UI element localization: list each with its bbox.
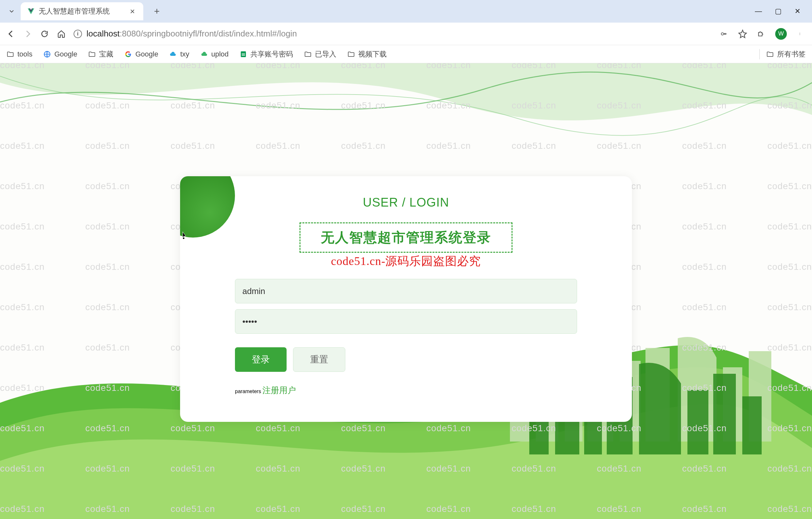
sheet-icon — [239, 50, 247, 58]
reset-button[interactable]: 重置 — [293, 347, 345, 372]
bookmark-txy[interactable]: txy — [169, 50, 189, 58]
svg-point-3 — [800, 34, 800, 34]
all-bookmarks-label: 所有书签 — [777, 49, 806, 59]
tab-bar: 无人智慧超市管理系统 × + — ▢ ✕ — [0, 0, 812, 23]
star-icon — [738, 29, 747, 38]
back-button[interactable] — [6, 29, 16, 38]
bookmark-label: Google — [54, 50, 77, 58]
card-corner-decoration — [180, 176, 235, 237]
tab-search-dropdown[interactable] — [5, 5, 18, 18]
bookmark-video-dl[interactable]: 视频下载 — [347, 49, 387, 59]
folder-icon — [6, 50, 14, 58]
reload-button[interactable] — [40, 29, 49, 38]
puzzle-icon — [757, 30, 765, 38]
kebab-icon — [800, 30, 802, 38]
svg-rect-22 — [742, 396, 762, 455]
password-input[interactable] — [235, 309, 577, 334]
cloud-icon — [169, 50, 177, 58]
address-bar: i localhost:8080/springbootniyfl/front/d… — [0, 23, 812, 45]
tab-title: 无人智慧超市管理系统 — [39, 6, 124, 16]
svg-rect-7 — [242, 55, 245, 56]
arrow-left-icon — [6, 29, 16, 38]
bookmark-baozang[interactable]: 宝藏 — [88, 49, 113, 59]
tab-close-button[interactable]: × — [128, 6, 137, 17]
button-row: 登录 重置 — [235, 347, 577, 372]
bookmark-bar: tools Google 宝藏 Google txy uplod 共享账号密码 — [0, 45, 812, 63]
window-controls: — ▢ ✕ — [755, 7, 807, 16]
bookmark-imported[interactable]: 已导入 — [304, 49, 336, 59]
wave-top-decoration — [0, 63, 812, 167]
bookmark-google-world[interactable]: Google — [43, 50, 77, 58]
bookmark-star-button[interactable] — [738, 29, 748, 39]
home-icon — [57, 30, 65, 38]
svg-point-1 — [800, 33, 800, 33]
site-info-icon[interactable]: i — [74, 30, 82, 38]
chevron-down-icon — [8, 8, 15, 15]
bookmark-label: 视频下载 — [358, 49, 387, 59]
folder-icon — [347, 50, 355, 58]
bookmark-label: Google — [135, 50, 158, 58]
bookmark-label: uplod — [211, 50, 229, 58]
page-viewport: code51.cncode51.cncode51.cncode51.cncode… — [0, 63, 812, 519]
bookmark-tools[interactable]: tools — [6, 50, 32, 58]
cursor-icon — [180, 231, 187, 242]
browser-chrome: 无人智慧超市管理系统 × + — ▢ ✕ i localhost:8080/sp… — [0, 0, 812, 63]
login-heading: USER / LOGIN — [235, 196, 577, 209]
register-link[interactable]: 注册用户 — [262, 385, 296, 395]
new-tab-button[interactable]: + — [150, 4, 164, 19]
address-bar-right: W — [719, 28, 806, 40]
menu-button[interactable] — [796, 29, 806, 39]
password-key-icon[interactable] — [719, 29, 729, 39]
svg-rect-20 — [688, 390, 708, 455]
bookmark-divider — [759, 49, 760, 59]
login-title-box: 无人智慧超市管理系统登录 — [299, 222, 513, 253]
reload-icon — [40, 30, 49, 38]
extensions-button[interactable] — [756, 29, 766, 39]
svg-rect-6 — [242, 54, 245, 54]
login-card: USER / LOGIN 无人智慧超市管理系统登录 code51.cn-源码乐园… — [180, 176, 632, 422]
url-box[interactable]: i localhost:8080/springbootniyfl/front/d… — [74, 29, 711, 39]
globe-icon — [43, 50, 51, 58]
maximize-button[interactable]: ▢ — [775, 7, 782, 16]
profile-avatar[interactable]: W — [775, 28, 787, 40]
url-path: :8080/springbootniyfl/front/dist/index.h… — [120, 29, 297, 38]
svg-point-0 — [721, 33, 724, 35]
home-button[interactable] — [57, 29, 66, 38]
vue-icon — [27, 7, 35, 15]
url-host: localhost — [86, 29, 120, 38]
avatar-letter: W — [778, 30, 784, 37]
bookmark-label: 共享账号密码 — [251, 49, 293, 59]
bookmark-label: 宝藏 — [99, 49, 113, 59]
arrow-right-icon — [23, 29, 32, 38]
folder-icon — [304, 50, 312, 58]
forward-button[interactable] — [23, 29, 32, 38]
username-input[interactable] — [235, 279, 577, 304]
all-bookmarks-button[interactable]: 所有书签 — [766, 49, 806, 59]
bookmark-uplod[interactable]: uplod — [200, 50, 229, 58]
close-window-button[interactable]: ✕ — [794, 7, 801, 16]
google-g-icon — [124, 50, 132, 58]
folder-icon — [88, 50, 96, 58]
login-title: 无人智慧超市管理系统登录 — [321, 230, 491, 245]
key-icon — [719, 30, 729, 37]
bookmark-google-g[interactable]: Google — [124, 50, 158, 58]
cloud-alt-icon — [200, 50, 208, 58]
login-button[interactable]: 登录 — [235, 347, 287, 372]
browser-tab[interactable]: 无人智慧超市管理系统 × — [21, 2, 143, 20]
svg-rect-21 — [713, 374, 736, 455]
bookmark-label: tools — [18, 50, 32, 58]
watermark-warning: code51.cn-源码乐园盗图必究 — [235, 253, 577, 269]
bookmark-label: txy — [180, 50, 189, 58]
folder-icon — [766, 50, 774, 58]
bookmark-label: 已导入 — [315, 49, 336, 59]
bookmark-shared-pw[interactable]: 共享账号密码 — [239, 49, 293, 59]
minimize-button[interactable]: — — [755, 7, 762, 16]
